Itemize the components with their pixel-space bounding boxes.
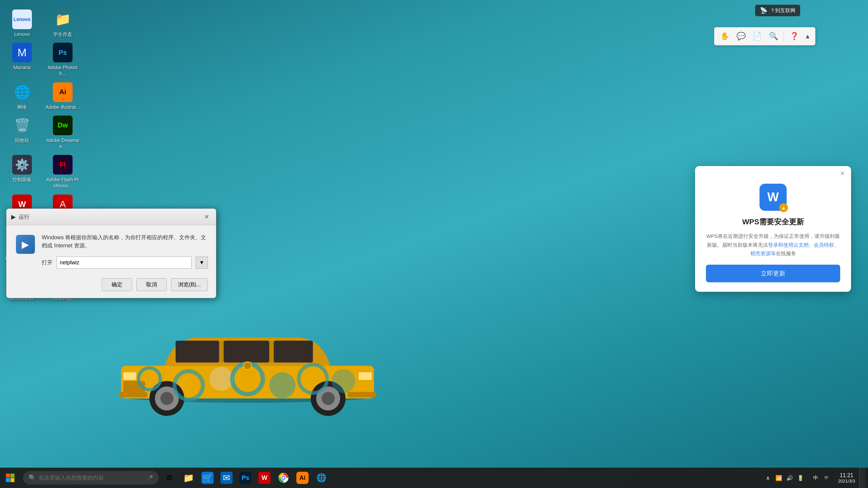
task-view-icon: ⧉ xyxy=(164,472,175,483)
svg-point-14 xyxy=(160,392,174,405)
run-titlebar: ▶ 运行 ✕ xyxy=(6,209,216,225)
run-browse-button[interactable]: 浏览(B)... xyxy=(171,278,208,291)
time-display: 11:21 xyxy=(840,472,853,479)
desktop-icon-xuesheng[interactable]: 📁 学生存盘 xyxy=(44,7,81,40)
run-title: 运行 xyxy=(19,214,29,221)
windows-logo-icon xyxy=(5,473,15,483)
run-close-button[interactable]: ✕ xyxy=(202,212,211,222)
pdf-comment-tool[interactable]: 💬 xyxy=(733,29,748,44)
wps-update-button[interactable]: 立即更新 xyxy=(706,265,840,282)
pdf-search-tool[interactable]: 🔍 xyxy=(766,29,781,44)
wps-notification-title: WPS需要安全更新 xyxy=(742,217,804,227)
wps-notification-body: W ▲ WPS需要安全更新 WPS将在近期进行安全升级，为保证正常使用，请升级到… xyxy=(695,178,851,292)
desktop-icon-illustrator[interactable]: Ai Adobe Illustrat... xyxy=(44,80,81,113)
svg-point-36 xyxy=(282,477,285,479)
taskbar-search-input[interactable] xyxy=(39,475,146,481)
run-open-label: 打开 xyxy=(42,259,53,266)
taskbar-clock[interactable]: 11:21 2021/3/3 xyxy=(834,468,859,488)
run-cancel-button[interactable]: 取消 xyxy=(136,278,167,291)
taskbar-ps-icon: Ps xyxy=(239,472,252,484)
desktop-icon-recycle[interactable]: 🗑️ 回收站 xyxy=(3,113,41,152)
run-dialog: ▶ 运行 ✕ ▶ Windows 将根据你所输入的名称，为你打开相应的程序、文件… xyxy=(6,208,216,298)
taskbar-wps[interactable]: W xyxy=(255,468,274,488)
run-body: ▶ Windows 将根据你所输入的名称，为你打开相应的程序、文件夹、文档或 I… xyxy=(6,225,216,274)
run-ok-button[interactable]: 确定 xyxy=(102,278,132,291)
desktop-icon-control[interactable]: ⚙️ 控制面板 xyxy=(3,152,41,191)
run-title-left: ▶ 运行 xyxy=(11,213,29,221)
wps-close-button[interactable]: ✕ xyxy=(837,169,847,178)
wps-notification-description: WPS将在近期进行安全升级，为保证正常使用，请升级到最新版。届时当前版本将无法登… xyxy=(706,232,840,258)
run-icon-inner: ▶ xyxy=(16,235,35,254)
taskbar-browser2-icon: 🌐 xyxy=(315,472,328,484)
svg-rect-5 xyxy=(219,341,223,362)
taskbar-search[interactable]: 🔍 🎤 xyxy=(23,471,159,485)
desktop-icon-photoshop[interactable]: Ps Adobe Photosh... xyxy=(44,40,81,79)
ime-tray: 中 中 xyxy=(808,473,834,483)
taskbar-task-view[interactable]: ⧉ xyxy=(160,468,179,488)
svg-rect-6 xyxy=(269,341,274,362)
run-dropdown-button[interactable]: ▼ xyxy=(196,257,208,269)
svg-rect-4 xyxy=(274,341,313,362)
taskbar-chrome[interactable] xyxy=(274,468,293,488)
svg-point-25 xyxy=(243,362,251,370)
pdf-expand-btn[interactable]: ▲ xyxy=(803,29,812,44)
tray-volume-icon[interactable]: 🔊 xyxy=(785,473,794,483)
desktop-icon-network[interactable]: 🌐 网络 xyxy=(3,80,41,113)
taskbar-voice-icon: 🎤 xyxy=(146,475,153,481)
taskbar-explorer[interactable]: 📁 xyxy=(179,468,198,488)
ime-icon[interactable]: 中 xyxy=(811,473,820,483)
run-command-input[interactable] xyxy=(57,257,192,269)
mail-icon: ✉ xyxy=(220,472,233,484)
svg-rect-8 xyxy=(359,372,372,380)
desktop: Lenovo Lenovo 📁 学生存盘 M Manana Ps Adobe P… xyxy=(0,0,868,488)
pdf-help-tool[interactable]: ❓ xyxy=(787,29,802,44)
wps-update-badge: ▲ xyxy=(779,203,788,212)
svg-point-24 xyxy=(332,369,356,393)
explorer-icon: 📁 xyxy=(183,472,194,483)
desktop-icon-manana[interactable]: M Manana xyxy=(3,40,41,79)
network-indicator: 📡 ？到互联网 xyxy=(755,5,800,16)
svg-rect-10 xyxy=(119,392,147,397)
pdf-toolbar: ✋ 💬 📄 🔍 ❓ ▲ xyxy=(714,27,815,45)
wps-notification-header: ✕ xyxy=(695,166,851,178)
taskbar-ai-icon: Ai xyxy=(296,472,309,484)
run-content: Windows 将根据你所输入的名称，为你打开相应的程序、文件夹、文档或 Int… xyxy=(42,233,208,269)
taskbar-browser2[interactable]: 🌐 xyxy=(312,468,331,488)
svg-rect-2 xyxy=(176,341,219,362)
desktop-icon-dreamweaver[interactable]: Dw Adobe Dreamwe... xyxy=(44,113,81,152)
taskbar: 🔍 🎤 ⧉ 📁 🛒 ✉ Ps W xyxy=(0,468,868,488)
svg-rect-3 xyxy=(223,341,269,362)
pdf-document-tool[interactable]: 📄 xyxy=(750,29,765,44)
svg-point-20 xyxy=(210,367,234,391)
taskbar-right: ∧ 📶 🔊 🔋 中 中 11:21 2021/3/3 xyxy=(761,468,868,488)
taskbar-ps[interactable]: Ps xyxy=(236,468,255,488)
taskbar-store[interactable]: 🛒 xyxy=(198,468,217,488)
taskbar-wps-icon: W xyxy=(258,472,271,484)
pdf-separator xyxy=(784,31,784,42)
taskbar-ai[interactable]: Ai xyxy=(293,468,312,488)
tray-battery-icon[interactable]: 🔋 xyxy=(796,473,805,483)
svg-point-17 xyxy=(322,392,335,405)
taskbar-mail[interactable]: ✉ xyxy=(217,468,236,488)
ime-mode-icon[interactable]: 中 xyxy=(822,473,831,483)
taskbar-search-icon: 🔍 xyxy=(28,474,36,482)
pdf-hand-tool[interactable]: ✋ xyxy=(717,29,732,44)
svg-rect-33 xyxy=(11,478,15,482)
date-display: 2021/3/3 xyxy=(838,479,855,484)
svg-rect-31 xyxy=(11,473,15,477)
taskbar-chrome-icon xyxy=(277,472,290,484)
svg-rect-30 xyxy=(6,473,10,477)
wps-link[interactable]: 登录和使用云文档、会员特权、稻壳资源等 xyxy=(750,242,840,257)
tray-expand-icon[interactable]: ∧ xyxy=(763,473,773,483)
tray-network-icon[interactable]: 📶 xyxy=(774,473,784,483)
run-footer: 确定 取消 浏览(B)... xyxy=(6,274,216,298)
store-icon: 🛒 xyxy=(201,472,214,484)
run-icon: ▶ xyxy=(15,233,36,255)
desktop-icon-flash[interactable]: Fl Adobe Flash Professio... xyxy=(44,152,81,191)
taskbar-start-button[interactable] xyxy=(0,468,20,488)
desktop-icon-lenovo[interactable]: Lenovo Lenovo xyxy=(3,7,41,40)
show-desktop-button[interactable] xyxy=(859,468,865,488)
svg-point-22 xyxy=(269,372,295,399)
wps-notification: ✕ W ▲ WPS需要安全更新 WPS将在近期进行安全升级，为保证正常使用，请升… xyxy=(695,166,851,292)
tray-icons: ∧ 📶 🔊 🔋 xyxy=(761,473,808,483)
